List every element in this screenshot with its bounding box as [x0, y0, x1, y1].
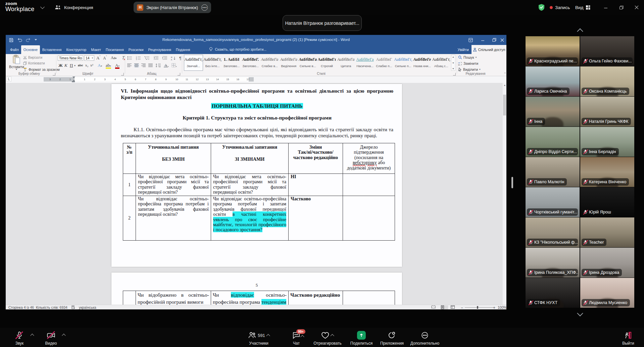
- align-center-button[interactable]: [134, 63, 139, 67]
- select-button[interactable]: Виділити▾: [458, 67, 481, 71]
- grow-font-button[interactable]: Аˆ: [96, 55, 100, 61]
- print-layout-icon[interactable]: [441, 305, 448, 309]
- word-tab-file[interactable]: Файл: [8, 45, 21, 54]
- bold-button[interactable]: Ж: [58, 63, 63, 68]
- bullets-button[interactable]: [127, 56, 133, 60]
- tab-selector[interactable]: L: [6, 77, 11, 82]
- numbering-button[interactable]: 123: [136, 56, 141, 60]
- participant-tile[interactable]: Ірина Дроздова: [580, 248, 634, 278]
- style-item-3[interactable]: 1. АаББІЗаголово...: [222, 55, 241, 71]
- participant-tile[interactable]: Інна: [526, 97, 580, 127]
- strikethrough-button[interactable]: abc: [78, 63, 83, 67]
- word-tab-insert[interactable]: Вставлення: [40, 45, 64, 54]
- document-page-4[interactable]: VI. Інформація щодо відповідності освітн…: [111, 84, 402, 267]
- participants-chevron[interactable]: [266, 334, 270, 338]
- zoom-slider-thumb[interactable]: [477, 306, 478, 309]
- status-proofing-icon[interactable]: [71, 305, 75, 309]
- status-words[interactable]: Кількість слів: 6934: [36, 305, 67, 309]
- justify-button[interactable]: [148, 63, 153, 67]
- style-item-10[interactable]: АаБбВеГаНасичена...: [355, 55, 375, 71]
- participant-tile[interactable]: Ірина Полякова_ХПФ...: [526, 248, 580, 278]
- style-item-12[interactable]: АаБбВвГг,Сильне п...: [394, 55, 413, 71]
- react-button[interactable]: Отреагировать: [313, 331, 342, 346]
- shading-button[interactable]: ▾: [163, 63, 169, 67]
- status-page[interactable]: Сторінка 4 із 46: [8, 305, 34, 309]
- apps-button[interactable]: Приложения: [380, 331, 404, 346]
- zoom-percent[interactable]: 100%: [498, 305, 507, 309]
- multilevel-list-button[interactable]: [145, 56, 150, 60]
- participants-button[interactable]: 591 Участники: [248, 331, 269, 346]
- font-dialog-launcher[interactable]: [121, 73, 124, 76]
- change-case-button[interactable]: Аа▾: [111, 55, 116, 60]
- find-button[interactable]: Пошук▾: [458, 55, 477, 59]
- style-item-7[interactable]: АаБбВвГаСильне в...: [298, 55, 317, 71]
- style-item-2[interactable]: АаБбВвГг,Без інте...: [203, 55, 222, 71]
- subscript-button[interactable]: x₂: [85, 63, 88, 67]
- style-item-9[interactable]: АаБбВеГаЦитата: [336, 55, 355, 71]
- zoom-slider[interactable]: [465, 307, 494, 308]
- word-tab-references[interactable]: Посилання: [103, 45, 126, 54]
- participant-tile[interactable]: Оксана Компанієць: [580, 66, 634, 96]
- copy-button[interactable]: Копіювати: [23, 61, 45, 65]
- participant-tile[interactable]: КЗ "Нікопольський ф...: [526, 217, 580, 247]
- font-size-select[interactable]: 14▾: [84, 55, 94, 61]
- style-item-8[interactable]: АаБбВвГг,Строгий: [317, 55, 337, 71]
- document-page-5[interactable]: 5 Чи відображено в освітньо-професійній …: [111, 272, 402, 305]
- shrink-font-button[interactable]: Аˇ: [103, 55, 107, 61]
- align-left-button[interactable]: [127, 63, 132, 67]
- word-signin-link[interactable]: Увійти: [458, 48, 469, 52]
- line-spacing-button[interactable]: ▾: [155, 63, 161, 67]
- chat-chevron[interactable]: [300, 335, 304, 339]
- replace-button[interactable]: abacЗамінити: [458, 61, 478, 65]
- web-layout-icon[interactable]: [451, 305, 458, 309]
- word-tab-review[interactable]: Рецензування: [146, 45, 174, 54]
- participant-tile[interactable]: СТФК НУХТ: [526, 278, 580, 308]
- style-item-13[interactable]: АаБбВеГеНазва кни...: [413, 55, 432, 71]
- paragraph-dialog-launcher[interactable]: [178, 73, 180, 76]
- paste-button[interactable]: Вставити ▾: [9, 55, 24, 70]
- tell-me-box[interactable]: Скажіть, що потрібно зробити...: [206, 45, 270, 54]
- status-language[interactable]: українська: [79, 305, 96, 309]
- underline-button[interactable]: П: [70, 63, 73, 68]
- italic-button[interactable]: К: [64, 63, 67, 68]
- participant-tile[interactable]: Красноградський пе...: [526, 36, 580, 66]
- participant-tile[interactable]: Інна Берладін: [580, 127, 634, 157]
- participant-tile[interactable]: Людмила Мусиенко: [580, 278, 634, 308]
- tab-meeting[interactable]: Конференция: [55, 0, 93, 15]
- word-tab-home[interactable]: Основне: [21, 45, 40, 54]
- workspace-chevron-down-icon[interactable]: [40, 5, 45, 9]
- style-item-11[interactable]: АаБбВвГСлабке п...: [375, 55, 394, 71]
- styles-scroll-buttons[interactable]: ▲▼▼: [451, 55, 455, 71]
- participant-tile[interactable]: Павло Малютін: [526, 157, 580, 187]
- borders-button[interactable]: ▾: [171, 63, 177, 67]
- participant-tile[interactable]: Чортківський гуманіт...: [526, 187, 580, 217]
- scroll-participants-up-button[interactable]: [573, 27, 587, 34]
- left-indent-marker[interactable]: [72, 81, 75, 82]
- style-item-14[interactable]: АаБбВвГг,Абзац с...: [432, 55, 451, 71]
- font-color-button[interactable]: А▾: [115, 63, 119, 69]
- participant-tile[interactable]: Наталія Гринь ЧКФК: [580, 97, 634, 127]
- style-item-4[interactable]: АаБбВеГ.Заголово...: [241, 55, 260, 71]
- superscript-button[interactable]: x²: [90, 63, 93, 67]
- participant-tile[interactable]: Дніпро Відділ Серти...: [526, 127, 580, 157]
- word-share-button[interactable]: Спільний доступ: [472, 45, 506, 54]
- zoom-in-button[interactable]: +: [493, 305, 495, 310]
- format-painter-button[interactable]: Формат за зразком: [23, 67, 60, 71]
- scrollbar-thumb[interactable]: [503, 95, 506, 115]
- style-item-5[interactable]: АаБбВеГаСлабке в...: [260, 55, 279, 71]
- sort-button[interactable]: ЯА: [171, 56, 176, 60]
- video-button[interactable]: Видео: [45, 331, 57, 346]
- audio-options-chevron[interactable]: [31, 333, 34, 337]
- word-tab-view[interactable]: Подання: [174, 45, 192, 54]
- text-effects-button[interactable]: А▾: [98, 63, 102, 68]
- participant-tile[interactable]: Юрій Ярош: [580, 187, 634, 217]
- style-item-1[interactable]: АаБбВвГг,Звичай...: [184, 55, 203, 71]
- participant-tile[interactable]: Катерина Вініченко: [580, 157, 634, 187]
- collapse-ribbon-icon[interactable]: ⌃: [504, 72, 506, 76]
- first-line-indent-marker[interactable]: [72, 77, 75, 79]
- highlight-button[interactable]: ab▾: [106, 63, 111, 69]
- word-minimize-button[interactable]: [478, 35, 488, 45]
- audio-button[interactable]: Звук: [15, 331, 24, 346]
- chat-button[interactable]: 99+ Чат: [292, 331, 300, 346]
- scroll-participants-down-button[interactable]: [573, 311, 587, 317]
